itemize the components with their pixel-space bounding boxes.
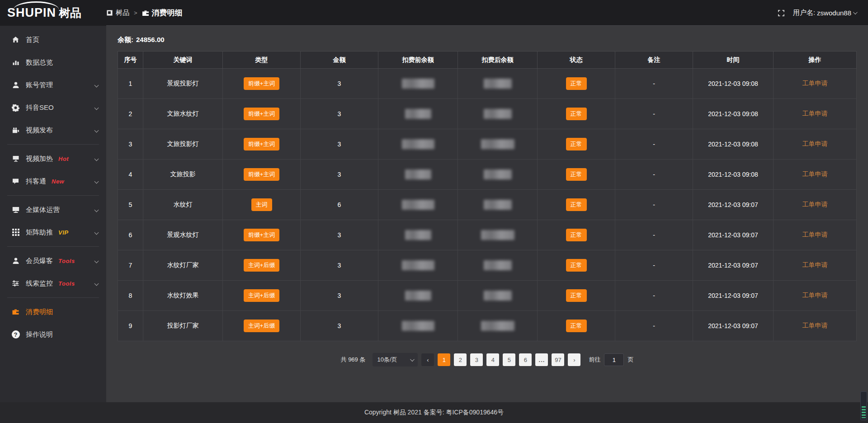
footer: Copyright 树品 2021 备案号: 粤ICP备09019646号 [0,402,868,423]
work-order-link[interactable]: 工单申请 [802,140,828,147]
table-header-row: 序号关键词类型金额扣费前余额扣费后余额状态备注时间操作 [118,52,857,69]
sliders-icon [11,280,20,287]
sidebar-item-account-management[interactable]: 账号管理 [0,74,106,96]
work-order-link[interactable]: 工单申请 [802,261,828,268]
page-button-5[interactable]: 5 [503,353,515,366]
chevron-down-icon [94,179,99,183]
page-button-3[interactable]: 3 [470,353,483,366]
cell-status: 正常 [538,190,615,220]
screen-icon [11,155,20,162]
sidebar-item-consumption-detail[interactable]: 消费明细 [0,301,106,323]
sidebar-item-home[interactable]: 首页 [0,28,106,51]
cell-remark: - [615,69,693,99]
cell-amount: 3 [301,69,378,99]
user-label: 用户名: [793,9,815,17]
cell-amount: 3 [301,220,378,250]
table-row: 7水纹灯厂家主词+后缀3正常-2021-12-03 09:07工单申请 [118,250,857,281]
page-button-2[interactable]: 2 [454,353,467,366]
column-header-7: 备注 [615,52,693,69]
app-logo: SHUPIN 树品 [0,5,106,20]
work-order-link[interactable]: 工单申请 [802,110,828,117]
page-jump: 前往 页 [589,353,633,366]
user-menu[interactable]: 用户名: zswodun88 [793,9,856,17]
cell-action: 工单申请 [774,190,857,220]
cell-balance-after [458,250,538,281]
sidebar-item-data-overview[interactable]: 数据总览 [0,51,106,74]
cell-time: 2021-12-03 09:08 [693,69,774,99]
cell-balance-after [458,311,538,341]
logo-arc [14,1,59,9]
breadcrumb-root[interactable]: 树品 [106,9,129,17]
cell-balance-before [378,190,458,220]
work-order-link[interactable]: 工单申请 [802,231,828,238]
column-header-1: 关键词 [143,52,223,69]
blurred-balance [402,200,434,210]
column-header-6: 状态 [538,52,615,69]
work-order-link[interactable]: 工单申请 [802,322,828,329]
floating-widget[interactable] [860,391,867,420]
sidebar-item-matrix-boost[interactable]: 矩阵助推VIP [0,221,106,244]
cell-type: 主词+后缀 [223,250,301,281]
sidebar-item-tag: VIP [58,229,68,236]
cell-balance-after [458,129,538,160]
page-button-4[interactable]: 4 [486,353,499,366]
column-header-5: 扣费后余额 [458,52,538,69]
next-page-button[interactable]: › [568,353,580,366]
fullscreen-icon[interactable] [778,9,785,17]
work-order-link[interactable]: 工单申请 [802,80,828,87]
cell-balance-before [378,281,458,311]
work-order-link[interactable]: 工单申请 [802,170,828,178]
page-button-1[interactable]: 1 [438,353,450,366]
status-badge: 正常 [566,108,587,120]
wallet-icon [11,308,20,315]
type-badge: 主词+后缀 [244,289,280,302]
chevron-down-icon [94,156,99,161]
cell-status: 正常 [538,99,615,129]
cell-balance-before [378,99,458,129]
prev-page-button[interactable]: ‹ [421,353,434,366]
page-button-6[interactable]: 6 [519,353,532,366]
page-button-97[interactable]: 97 [552,353,564,366]
sidebar-item-member-baoke[interactable]: 会员爆客Tools [0,249,106,272]
sidebar-item-clue-monitor[interactable]: 线索监控Tools [0,272,106,295]
balance-display: 余额:24856.00 [118,36,857,44]
sidebar-item-operation-guide[interactable]: ?操作说明 [0,323,106,346]
cell-amount: 3 [301,160,378,190]
sidebar-item-douyin-seo[interactable]: 抖音SEO [0,96,106,119]
jump-page-input[interactable] [604,353,624,366]
balance-label: 余额: [118,36,133,43]
cell-balance-before [378,129,458,160]
blurred-balance [405,109,431,119]
wallet-icon [142,9,149,17]
cell-time: 2021-12-03 09:07 [693,281,774,311]
cell-keyword: 水纹灯 [143,190,223,220]
blurred-balance [405,169,431,179]
sidebar-item-video-heating[interactable]: 视频加热Hot [0,147,106,170]
sidebar-item-douketong[interactable]: 抖客通New [0,170,106,193]
video-icon [11,127,20,134]
cell-balance-after [458,220,538,250]
question-icon: ? [11,330,20,338]
sidebar-item-video-publish[interactable]: 视频发布 [0,119,106,141]
page-ellipsis-button[interactable]: ... [535,353,548,366]
cell-amount: 3 [301,99,378,129]
sidebar: 首页数据总览账号管理抖音SEO视频发布视频加热Hot抖客通New全媒体运营矩阵助… [0,26,106,423]
cell-status: 正常 [538,129,615,160]
monitor-icon [11,206,20,213]
cell-balance-before [378,311,458,341]
sidebar-item-omni-media-operation[interactable]: 全媒体运营 [0,198,106,221]
cell-status: 正常 [538,281,615,311]
cell-remark: - [615,99,693,129]
table-row: 9投影灯厂家主词+后缀3正常-2021-12-03 09:07工单申请 [118,311,857,341]
type-badge: 主词+后缀 [244,320,280,332]
cell-remark: - [615,311,693,341]
work-order-link[interactable]: 工单申请 [802,291,828,299]
cell-keyword: 景观投影灯 [143,69,223,99]
table-body: 1景观投影灯前缀+主词3正常-2021-12-03 09:08工单申请2文旅水纹… [118,69,857,341]
work-order-link[interactable]: 工单申请 [802,201,828,208]
cell-action: 工单申请 [774,281,857,311]
cell-balance-before [378,69,458,99]
sidebar-item-label: 消费明细 [26,308,53,316]
page-size-select[interactable]: 10条/页 [373,353,418,367]
sidebar-item-label: 首页 [26,36,39,44]
